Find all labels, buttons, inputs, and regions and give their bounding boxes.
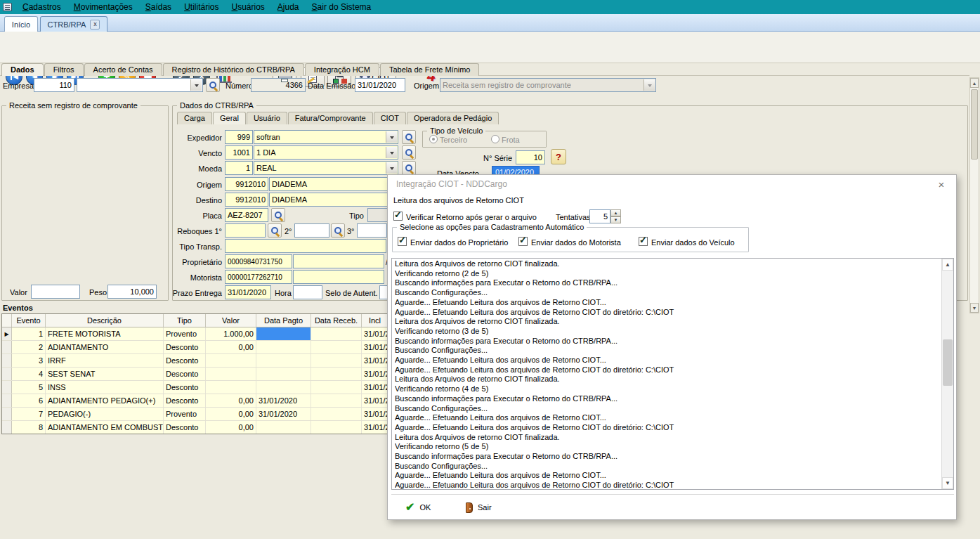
eventos-table-row[interactable]: ▶1FRETE MOTORISTAProvento1.000,0031/01/2… [2, 327, 388, 341]
proprietario-name-field[interactable] [293, 254, 384, 268]
motorista-name-field[interactable] [293, 270, 384, 284]
vencto-search-button[interactable] [402, 145, 416, 160]
eventos-table-row[interactable]: 8ADIANTAMENTO EM COMBUSTDesconto0,0031/0… [2, 421, 388, 434]
moeda-combo[interactable]: REAL [254, 161, 398, 175]
eventos-grid[interactable]: Evento Descrição Tipo Valor Data Pagto D… [1, 313, 389, 434]
enviar-proprietario-checkbox[interactable] [398, 237, 407, 246]
cell-incl[interactable]: 31/01/2020 [362, 354, 388, 367]
scroll-up-button[interactable]: ▲ [942, 259, 953, 271]
cell-evento[interactable]: 3 [12, 354, 46, 367]
tab-ctrb-rpa[interactable]: CTRB/RPA x [40, 16, 107, 32]
data-emissao-field[interactable]: 31/01/2020 [355, 78, 405, 92]
cell-descricao[interactable]: IRRF [46, 354, 164, 367]
origem-code-field[interactable]: 9912010 [225, 177, 268, 191]
cell-evento[interactable]: 7 [12, 408, 46, 420]
menu-ajuda[interactable]: Ajuda [271, 1, 306, 14]
tab-close-icon[interactable]: x [90, 20, 100, 30]
cell-descricao[interactable]: INSS [46, 381, 164, 394]
cell-data_pagto[interactable] [256, 341, 311, 353]
column-header-tipo[interactable]: Tipo [164, 314, 206, 327]
tipo-transp-field[interactable] [225, 239, 386, 253]
column-header-incl[interactable]: Incl [362, 314, 388, 327]
cell-descricao[interactable]: SEST SENAT [46, 368, 164, 380]
destino-code-field[interactable]: 9912010 [225, 193, 268, 207]
tentativas-value[interactable]: 5 [589, 209, 610, 223]
cell-evento[interactable]: 6 [12, 394, 46, 407]
cell-evento[interactable]: 8 [12, 421, 46, 434]
placa-search-button[interactable] [271, 208, 285, 222]
moeda-search-button[interactable] [402, 161, 416, 175]
menu-saidas[interactable]: Saídas [139, 1, 178, 14]
row-selector-cell[interactable] [2, 341, 12, 353]
row-selector-cell[interactable] [2, 408, 12, 420]
cell-valor[interactable] [206, 368, 256, 380]
column-header-valor[interactable]: Valor [206, 314, 256, 327]
help-button[interactable]: ? [551, 149, 566, 164]
column-header-data-pagto[interactable]: Data Pagto [256, 314, 311, 327]
tab-usuario[interactable]: Usuário [247, 112, 287, 124]
tentativas-spinner[interactable]: 5 ▲ ▼ [589, 209, 621, 223]
num-serie-field[interactable]: 10 [516, 150, 545, 164]
column-header-data-receb[interactable]: Data Receb. [311, 314, 362, 327]
cell-valor[interactable]: 1.000,00 [206, 327, 256, 340]
cell-evento[interactable]: 1 [12, 327, 46, 340]
spinner-up-icon[interactable]: ▲ [610, 209, 621, 216]
cell-descricao[interactable]: PEDAGIO(-) [46, 408, 164, 420]
cell-data_pagto[interactable] [256, 327, 311, 340]
peso-field[interactable]: 10,000 [107, 285, 157, 299]
row-selector-cell[interactable] [2, 368, 12, 380]
cell-evento[interactable]: 5 [12, 381, 46, 394]
tab-acerto-de-contas[interactable]: Acerto de Contas [84, 63, 162, 76]
row-selector-cell[interactable] [2, 394, 12, 407]
eventos-table-row[interactable]: 2ADIANTAMENTODesconto0,0031/01/2020 [2, 341, 388, 354]
reboque3-field[interactable] [357, 223, 387, 238]
cell-data_receb[interactable] [311, 368, 362, 380]
cell-tipo[interactable]: Provento [164, 408, 206, 420]
form-vertical-scrollbar[interactable]: ▲ ▼ [969, 77, 979, 313]
verificar-retorno-checkbox[interactable] [393, 212, 403, 221]
eventos-table-row[interactable]: 7PEDAGIO(-)Provento0,0031/01/202031/01/2… [2, 408, 388, 421]
cell-incl[interactable]: 31/01/2020 [362, 341, 388, 353]
reboque2-search-button[interactable] [331, 223, 345, 238]
cell-valor[interactable] [206, 354, 256, 367]
cell-data_pagto[interactable] [256, 381, 311, 394]
cell-tipo[interactable]: Desconto [164, 368, 206, 380]
cell-incl[interactable]: 31/01/2020 [362, 394, 388, 407]
cell-data_receb[interactable] [311, 341, 362, 353]
empresa-combo[interactable] [77, 78, 203, 92]
vencto-combo[interactable]: 1 DIA [254, 145, 398, 160]
menu-movimentacoes[interactable]: Movimentações [67, 1, 139, 14]
expedidor-combo[interactable]: softran [254, 130, 398, 144]
row-selector-cell[interactable]: ▶ [2, 327, 12, 340]
vencto-code-field[interactable]: 1001 [225, 145, 253, 160]
column-header-descricao[interactable]: Descrição [46, 314, 164, 327]
eventos-table-row[interactable]: 5INSSDesconto31/01/2020 [2, 381, 388, 394]
prazo-entrega-field[interactable]: 31/01/2020 [225, 285, 271, 299]
cell-incl[interactable]: 31/01/2020 [362, 408, 388, 420]
cell-data_pagto[interactable] [256, 368, 311, 380]
cell-valor[interactable]: 0,00 [206, 421, 256, 434]
cell-tipo[interactable]: Desconto [164, 394, 206, 407]
cell-data_pagto[interactable] [256, 354, 311, 367]
destino-name-field[interactable]: DIADEMA [269, 193, 398, 207]
cell-data_receb[interactable] [311, 408, 362, 420]
menu-utilitarios[interactable]: Utilitários [178, 1, 225, 14]
sair-button[interactable]: Sair [458, 498, 499, 517]
enviar-motorista-checkbox[interactable] [518, 237, 528, 246]
cell-tipo[interactable]: Desconto [164, 341, 206, 353]
placa-field[interactable]: AEZ-8207 [225, 208, 268, 222]
chevron-down-icon[interactable] [386, 131, 397, 143]
cell-data_pagto[interactable]: 31/01/2020 [256, 408, 311, 420]
cell-valor[interactable]: 0,00 [206, 341, 256, 353]
cell-evento[interactable]: 2 [12, 341, 46, 353]
cell-data_receb[interactable] [311, 381, 362, 394]
cell-descricao[interactable]: ADIANTAMENTO PEDAGIO(+) [46, 394, 164, 407]
cell-incl[interactable]: 31/01/2020 [362, 327, 388, 340]
motorista-doc-field[interactable]: 00000177262710 [225, 270, 292, 284]
tab-geral[interactable]: Geral [213, 112, 246, 124]
moeda-code-field[interactable]: 1 [225, 161, 253, 175]
cell-data_receb[interactable] [311, 354, 362, 367]
enviar-veiculo-checkbox[interactable] [639, 237, 648, 246]
log-scrollbar[interactable]: ▲ ▼ [941, 259, 953, 489]
cell-data_pagto[interactable]: 31/01/2020 [256, 394, 311, 407]
